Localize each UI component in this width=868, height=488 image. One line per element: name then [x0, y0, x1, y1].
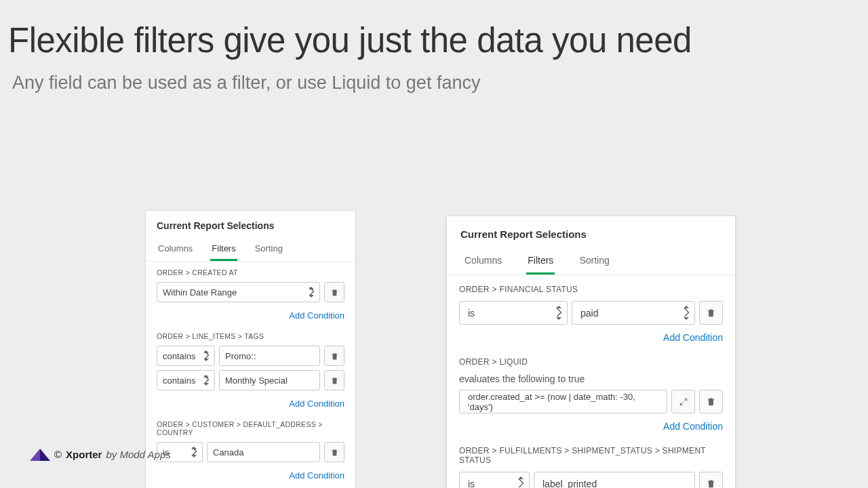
page-title: Flexible filters give you just the data … — [0, 0, 868, 60]
liquid-expression-input[interactable]: order.created_at >= (now | date_math: -3… — [459, 390, 667, 413]
tab-filters[interactable]: Filters — [526, 251, 555, 274]
operator-select[interactable]: contains — [157, 346, 215, 366]
filter-group-financial-status: ORDER > FINANCIAL STATUS is paid Add Con… — [146, 485, 355, 488]
delete-condition-button[interactable] — [324, 370, 344, 390]
add-condition-link[interactable]: Add Condition — [289, 470, 344, 481]
filter-group-label: ORDER > CUSTOMER > DEFAULT_ADDRESS > COU… — [157, 420, 344, 436]
page-subtitle: Any field can be used as a filter, or us… — [0, 60, 868, 94]
filter-group-country: ORDER > CUSTOMER > DEFAULT_ADDRESS > COU… — [146, 413, 355, 485]
brand-name: Xporter — [66, 449, 102, 460]
liquid-sublabel: evaluates the following to true — [459, 373, 723, 384]
add-condition-link[interactable]: Add Condition — [663, 332, 723, 343]
trash-icon — [330, 287, 339, 298]
filter-group-label: ORDER > FINANCIAL STATUS — [459, 285, 723, 294]
tab-columns[interactable]: Columns — [463, 251, 503, 274]
value-input[interactable]: label_printed — [534, 472, 695, 488]
filters-panel-right: Current Report Selections Columns Filter… — [446, 216, 736, 488]
tab-filters[interactable]: Filters — [210, 239, 237, 261]
operator-select[interactable]: contains — [157, 370, 215, 390]
brand-byline: by Modd Apps — [106, 449, 170, 460]
tab-columns[interactable]: Columns — [157, 239, 194, 261]
trash-icon — [330, 351, 339, 361]
add-condition-link[interactable]: Add Condition — [289, 310, 344, 321]
trash-icon — [330, 375, 339, 386]
trash-icon — [706, 396, 716, 407]
tabs: Columns Filters Sorting — [146, 237, 355, 262]
brand-logo-icon — [30, 447, 50, 461]
expand-icon — [679, 397, 688, 407]
value-input[interactable]: Monthly Special — [219, 370, 320, 390]
filter-group-tags: ORDER > LINE_ITEMS > TAGS contains Promo… — [146, 325, 355, 413]
filter-group-financial-status: ORDER > FINANCIAL STATUS is paid Add Con… — [447, 275, 735, 348]
operator-select[interactable]: is — [459, 301, 568, 325]
delete-condition-button[interactable] — [699, 301, 723, 325]
add-condition-link[interactable]: Add Condition — [289, 399, 344, 409]
delete-condition-button[interactable] — [324, 346, 344, 366]
trash-icon — [706, 307, 716, 319]
filter-group-label: ORDER > LINE_ITEMS > TAGS — [157, 332, 344, 340]
brand-footer: © Xporter by Modd Apps — [30, 447, 171, 461]
panel-title: Current Report Selections — [146, 211, 355, 237]
trash-icon — [330, 447, 339, 458]
filter-group-label: ORDER > CREATED AT — [157, 268, 344, 277]
filters-panel-left: Current Report Selections Columns Filter… — [145, 210, 356, 488]
filter-group-liquid: ORDER > LIQUID evaluates the following t… — [447, 348, 735, 436]
filter-group-label: ORDER > FULFILLMENTS > SHIPMENT_STATUS >… — [459, 446, 723, 465]
copyright-symbol: © — [54, 449, 62, 460]
delete-condition-button[interactable] — [699, 390, 723, 413]
trash-icon — [706, 478, 716, 488]
add-condition-link[interactable]: Add Condition — [663, 421, 723, 432]
filter-group-label: ORDER > LIQUID — [459, 357, 723, 367]
delete-condition-button[interactable] — [324, 442, 344, 462]
expand-button[interactable] — [671, 390, 695, 413]
filter-group-shipment-status: ORDER > FULFILLMENTS > SHIPMENT_STATUS >… — [447, 436, 735, 488]
operator-select[interactable]: is — [459, 472, 530, 488]
filter-group-created-at: ORDER > CREATED AT Within Date Range Add… — [146, 262, 355, 325]
delete-condition-button[interactable] — [324, 282, 344, 302]
tab-sorting[interactable]: Sorting — [254, 239, 284, 261]
value-select[interactable]: paid — [572, 301, 695, 325]
operator-select[interactable]: Within Date Range — [157, 282, 320, 302]
tabs: Columns Filters Sorting — [447, 247, 735, 275]
panel-title: Current Report Selections — [447, 216, 735, 247]
value-input[interactable]: Canada — [207, 442, 320, 462]
value-input[interactable]: Promo:: — [219, 346, 320, 366]
delete-condition-button[interactable] — [699, 472, 723, 488]
tab-sorting[interactable]: Sorting — [578, 251, 610, 274]
